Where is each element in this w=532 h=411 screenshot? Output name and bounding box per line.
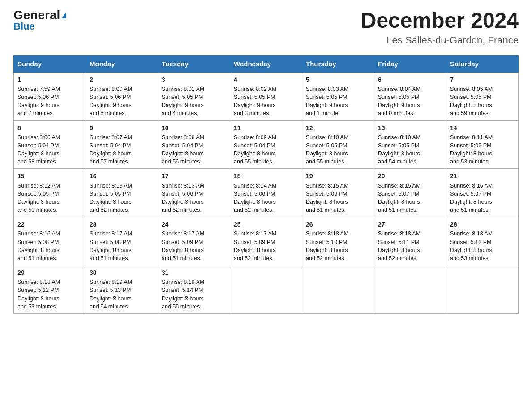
sunset-text: Sunset: 5:05 PM [450, 94, 491, 100]
sunrise-text: Sunrise: 8:02 AM [234, 86, 276, 92]
daylight-minutes-text: and 52 minutes. [234, 207, 274, 213]
calendar-cell: 31 Sunrise: 8:19 AM Sunset: 5:14 PM Dayl… [158, 265, 230, 313]
daylight-minutes-text: and 55 minutes. [306, 158, 346, 165]
day-number: 31 [162, 268, 226, 277]
col-header-tuesday: Tuesday [158, 55, 230, 72]
daylight-minutes-text: and 51 minutes. [378, 207, 418, 213]
daylight-minutes-text: and 4 minutes. [162, 110, 198, 116]
calendar-cell: 3 Sunrise: 8:01 AM Sunset: 5:05 PM Dayli… [158, 72, 230, 120]
daylight-minutes-text: and 52 minutes. [162, 207, 202, 213]
day-number: 24 [162, 220, 226, 229]
sunset-text: Sunset: 5:14 PM [162, 287, 203, 293]
sunrise-text: Sunrise: 8:18 AM [17, 279, 60, 285]
week-row-1: 1 Sunrise: 7:59 AM Sunset: 5:06 PM Dayli… [14, 72, 519, 120]
daylight-minutes-text: and 55 minutes. [162, 304, 202, 310]
day-number: 7 [450, 75, 515, 84]
calendar-cell: 25 Sunrise: 8:17 AM Sunset: 5:09 PM Dayl… [230, 217, 302, 265]
sunset-text: Sunset: 5:04 PM [234, 142, 275, 149]
daylight-text: Daylight: 8 hours [90, 150, 132, 157]
daylight-minutes-text: and 53 minutes. [450, 158, 490, 165]
daylight-minutes-text: and 7 minutes. [17, 110, 54, 116]
calendar-cell [230, 265, 302, 313]
calendar-table: SundayMondayTuesdayWednesdayThursdayFrid… [13, 55, 519, 314]
sunrise-text: Sunrise: 8:10 AM [306, 134, 348, 141]
sunset-text: Sunset: 5:07 PM [450, 191, 491, 197]
day-number: 28 [450, 220, 515, 229]
calendar-cell: 29 Sunrise: 8:18 AM Sunset: 5:12 PM Dayl… [14, 265, 86, 313]
col-header-sunday: Sunday [14, 55, 86, 72]
sunrise-text: Sunrise: 8:14 AM [234, 183, 276, 189]
calendar-header-row: SundayMondayTuesdayWednesdayThursdayFrid… [14, 55, 519, 72]
sunset-text: Sunset: 5:04 PM [90, 142, 131, 149]
calendar-cell: 6 Sunrise: 8:04 AM Sunset: 5:05 PM Dayli… [374, 72, 446, 120]
day-number: 29 [17, 268, 82, 277]
daylight-minutes-text: and 53 minutes. [450, 255, 490, 261]
calendar-cell: 19 Sunrise: 8:15 AM Sunset: 5:06 PM Dayl… [302, 169, 374, 217]
calendar-cell: 21 Sunrise: 8:16 AM Sunset: 5:07 PM Dayl… [446, 169, 519, 217]
day-number: 19 [306, 171, 370, 180]
daylight-minutes-text: and 52 minutes. [90, 207, 129, 213]
daylight-text: Daylight: 8 hours [306, 247, 348, 253]
col-header-saturday: Saturday [446, 55, 519, 72]
sunset-text: Sunset: 5:05 PM [90, 191, 131, 197]
sunset-text: Sunset: 5:06 PM [90, 94, 131, 100]
calendar-cell: 11 Sunrise: 8:09 AM Sunset: 5:04 PM Dayl… [230, 120, 302, 169]
day-number: 16 [90, 171, 154, 180]
calendar-cell: 26 Sunrise: 8:18 AM Sunset: 5:10 PM Dayl… [302, 217, 374, 265]
calendar-cell: 20 Sunrise: 8:15 AM Sunset: 5:07 PM Dayl… [374, 169, 446, 217]
daylight-text: Daylight: 9 hours [378, 102, 420, 108]
logo-blue-text: Blue [13, 21, 35, 32]
sunset-text: Sunset: 5:09 PM [234, 239, 275, 245]
daylight-minutes-text: and 51 minutes. [450, 207, 490, 213]
calendar-cell: 30 Sunrise: 8:19 AM Sunset: 5:13 PM Dayl… [86, 265, 158, 313]
sunset-text: Sunset: 5:05 PM [306, 142, 347, 149]
calendar-cell: 15 Sunrise: 8:12 AM Sunset: 5:05 PM Dayl… [14, 169, 86, 217]
day-number: 18 [234, 171, 298, 180]
page-header: General Blue December 2024 Les Salles-du… [13, 9, 519, 46]
day-number: 22 [17, 220, 82, 229]
daylight-text: Daylight: 8 hours [378, 199, 420, 205]
day-number: 9 [90, 124, 154, 133]
calendar-cell: 7 Sunrise: 8:05 AM Sunset: 5:05 PM Dayli… [446, 72, 519, 120]
calendar-cell: 27 Sunrise: 8:18 AM Sunset: 5:11 PM Dayl… [374, 217, 446, 265]
sunrise-text: Sunrise: 7:59 AM [17, 86, 60, 92]
sunrise-text: Sunrise: 8:12 AM [17, 183, 60, 189]
sunset-text: Sunset: 5:08 PM [17, 239, 59, 245]
sunrise-text: Sunrise: 8:19 AM [162, 279, 204, 285]
location-label: Les Salles-du-Gardon, France [361, 34, 519, 46]
sunrise-text: Sunrise: 8:17 AM [234, 231, 276, 237]
daylight-minutes-text: and 53 minutes. [17, 304, 57, 310]
daylight-text: Daylight: 8 hours [162, 247, 204, 253]
month-title: December 2024 [361, 9, 519, 33]
sunrise-text: Sunrise: 8:04 AM [378, 86, 420, 92]
week-row-3: 15 Sunrise: 8:12 AM Sunset: 5:05 PM Dayl… [14, 169, 519, 217]
sunset-text: Sunset: 5:05 PM [378, 94, 419, 100]
daylight-text: Daylight: 8 hours [17, 247, 60, 253]
day-number: 6 [378, 75, 442, 84]
day-number: 25 [234, 220, 298, 229]
daylight-minutes-text: and 52 minutes. [378, 255, 418, 261]
sunset-text: Sunset: 5:06 PM [234, 191, 275, 197]
daylight-text: Daylight: 8 hours [450, 247, 492, 253]
sunrise-text: Sunrise: 8:17 AM [90, 231, 132, 237]
daylight-text: Daylight: 9 hours [162, 102, 204, 108]
day-number: 1 [17, 75, 82, 84]
calendar-cell: 5 Sunrise: 8:03 AM Sunset: 5:05 PM Dayli… [302, 72, 374, 120]
day-number: 15 [17, 171, 82, 180]
sunset-text: Sunset: 5:04 PM [17, 142, 59, 149]
sunrise-text: Sunrise: 8:13 AM [90, 183, 132, 189]
sunset-text: Sunset: 5:05 PM [17, 191, 59, 197]
daylight-text: Daylight: 8 hours [162, 150, 204, 157]
sunset-text: Sunset: 5:05 PM [234, 94, 275, 100]
daylight-text: Daylight: 8 hours [450, 102, 492, 108]
daylight-text: Daylight: 8 hours [306, 199, 348, 205]
daylight-text: Daylight: 8 hours [378, 247, 420, 253]
sunrise-text: Sunrise: 8:16 AM [17, 231, 60, 237]
calendar-cell: 17 Sunrise: 8:13 AM Sunset: 5:06 PM Dayl… [158, 169, 230, 217]
daylight-minutes-text: and 57 minutes. [90, 158, 129, 165]
sunset-text: Sunset: 5:11 PM [378, 239, 419, 245]
col-header-friday: Friday [374, 55, 446, 72]
daylight-text: Daylight: 8 hours [162, 199, 204, 205]
daylight-text: Daylight: 8 hours [17, 150, 60, 157]
daylight-text: Daylight: 9 hours [17, 102, 60, 108]
